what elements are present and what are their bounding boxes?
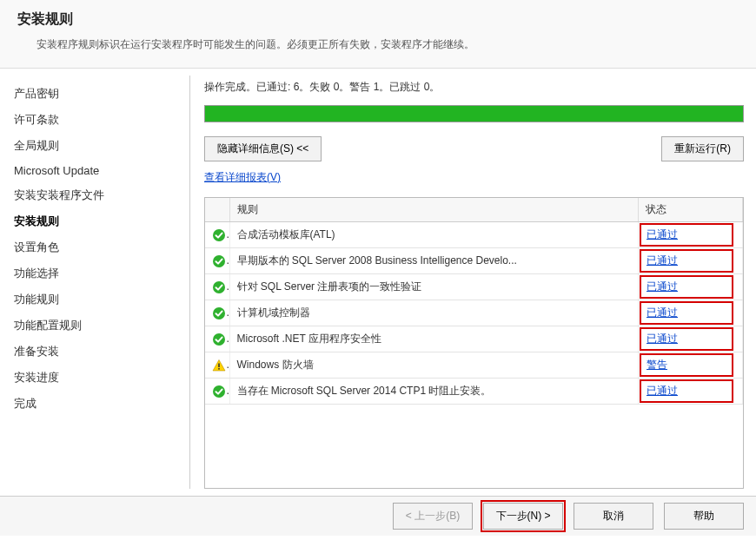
sidebar-item-11[interactable]: 安装进度 — [10, 365, 189, 391]
rule-status-cell: 已通过 — [639, 274, 743, 300]
rule-status-cell: 已通过 — [639, 300, 743, 326]
page-title: 安装规则 — [17, 10, 739, 29]
sidebar-item-7[interactable]: 功能选择 — [10, 260, 189, 286]
rules-table: 规则 状态 合成活动模板库(ATL)已通过早期版本的 SQL Server 20… — [204, 197, 744, 489]
rule-status-icon — [205, 274, 229, 300]
rule-status-link[interactable]: 已通过 — [647, 333, 678, 345]
sidebar-item-10[interactable]: 准备安装 — [10, 339, 189, 365]
rule-status-link[interactable]: 已通过 — [647, 306, 678, 319]
table-row[interactable]: Windows 防火墙警告 — [205, 352, 743, 379]
sidebar-item-9[interactable]: 功能配置规则 — [10, 313, 189, 339]
wizard-header: 安装规则 安装程序规则标识在运行安装程序时可能发生的问题。必须更正所有失败，安装… — [0, 0, 756, 69]
check-circle-icon — [212, 280, 226, 294]
rule-status-icon — [205, 379, 229, 405]
rule-name: Windows 防火墙 — [229, 352, 639, 379]
sidebar-item-5[interactable]: 安装规则 — [10, 208, 189, 234]
sidebar-item-4[interactable]: 安装安装程序文件 — [10, 182, 189, 208]
check-circle-icon — [212, 333, 226, 346]
svg-rect-6 — [218, 368, 220, 370]
next-button[interactable]: 下一步(N) > — [483, 503, 563, 530]
sidebar-item-3[interactable]: Microsoft Update — [10, 159, 189, 182]
warning-icon — [212, 359, 226, 372]
rule-status-icon — [205, 352, 229, 379]
rule-status-cell: 警告 — [639, 352, 743, 379]
operation-status: 操作完成。已通过: 6。失败 0。警告 1。已跳过 0。 — [204, 80, 744, 95]
table-row[interactable]: 针对 SQL Server 注册表项的一致性验证已通过 — [205, 274, 743, 300]
col-icon — [205, 198, 229, 222]
table-row[interactable]: Microsoft .NET 应用程序安全性已通过 — [205, 326, 743, 352]
rule-status-icon — [205, 222, 229, 248]
svg-rect-5 — [218, 363, 220, 367]
wizard-body: 产品密钥许可条款全局规则Microsoft Update安装安装程序文件安装规则… — [0, 69, 756, 496]
check-circle-icon — [212, 306, 226, 320]
main-panel: 操作完成。已通过: 6。失败 0。警告 1。已跳过 0。 隐藏详细信息(S) <… — [190, 69, 756, 496]
table-row[interactable]: 早期版本的 SQL Server 2008 Business Intellige… — [205, 248, 743, 274]
rule-status-link[interactable]: 已通过 — [647, 385, 678, 397]
sidebar-item-2[interactable]: 全局规则 — [10, 133, 189, 159]
rule-name: 合成活动模板库(ATL) — [229, 222, 639, 248]
rule-status-cell: 已通过 — [639, 222, 743, 248]
table-row[interactable]: 计算机域控制器已通过 — [205, 300, 743, 326]
sidebar-item-12[interactable]: 完成 — [10, 391, 189, 417]
back-button[interactable]: < 上一步(B) — [393, 503, 473, 530]
table-row[interactable]: 当存在 Microsoft SQL Server 2014 CTP1 时阻止安装… — [205, 379, 743, 405]
rule-status-link[interactable]: 已通过 — [647, 254, 678, 267]
help-button[interactable]: 帮助 — [664, 503, 744, 530]
progress-bar — [204, 105, 744, 122]
sidebar-item-0[interactable]: 产品密钥 — [10, 81, 189, 107]
rerun-button[interactable]: 重新运行(R) — [661, 136, 744, 161]
page-subtitle: 安装程序规则标识在运行安装程序时可能发生的问题。必须更正所有失败，安装程序才能继… — [17, 37, 739, 52]
col-rule: 规则 — [229, 198, 639, 222]
rule-name: 早期版本的 SQL Server 2008 Business Intellige… — [229, 248, 639, 274]
rule-status-link[interactable]: 已通过 — [647, 228, 678, 240]
check-circle-icon — [212, 254, 226, 268]
rule-status-cell: 已通过 — [639, 379, 743, 405]
rule-name: 针对 SQL Server 注册表项的一致性验证 — [229, 274, 639, 300]
rule-status-cell: 已通过 — [639, 248, 743, 274]
rule-name: Microsoft .NET 应用程序安全性 — [229, 326, 639, 352]
rule-status-icon — [205, 300, 229, 326]
rule-status-icon — [205, 326, 229, 352]
hide-details-button[interactable]: 隐藏详细信息(S) << — [204, 136, 322, 161]
rule-status-cell: 已通过 — [639, 326, 743, 352]
table-row[interactable]: 合成活动模板库(ATL)已通过 — [205, 222, 743, 248]
check-circle-icon — [212, 228, 226, 242]
sidebar-item-1[interactable]: 许可条款 — [10, 107, 189, 133]
sidebar-item-8[interactable]: 功能规则 — [10, 286, 189, 313]
col-status: 状态 — [639, 198, 743, 222]
rule-status-link[interactable]: 已通过 — [647, 280, 678, 293]
view-report-link[interactable]: 查看详细报表(V) — [204, 171, 281, 183]
wizard-footer: < 上一步(B) 下一步(N) > 取消 帮助 — [0, 496, 756, 536]
rule-name: 计算机域控制器 — [229, 300, 639, 326]
report-link-row: 查看详细报表(V) — [204, 170, 744, 185]
cancel-button[interactable]: 取消 — [574, 503, 653, 530]
sidebar-item-6[interactable]: 设置角色 — [10, 234, 189, 260]
rule-status-link[interactable]: 警告 — [647, 359, 667, 371]
sidebar: 产品密钥许可条款全局规则Microsoft Update安装安装程序文件安装规则… — [0, 69, 189, 496]
details-button-row: 隐藏详细信息(S) << 重新运行(R) — [204, 136, 744, 161]
check-circle-icon — [212, 385, 226, 398]
rule-name: 当存在 Microsoft SQL Server 2014 CTP1 时阻止安装… — [229, 379, 639, 405]
rule-status-icon — [205, 248, 229, 274]
